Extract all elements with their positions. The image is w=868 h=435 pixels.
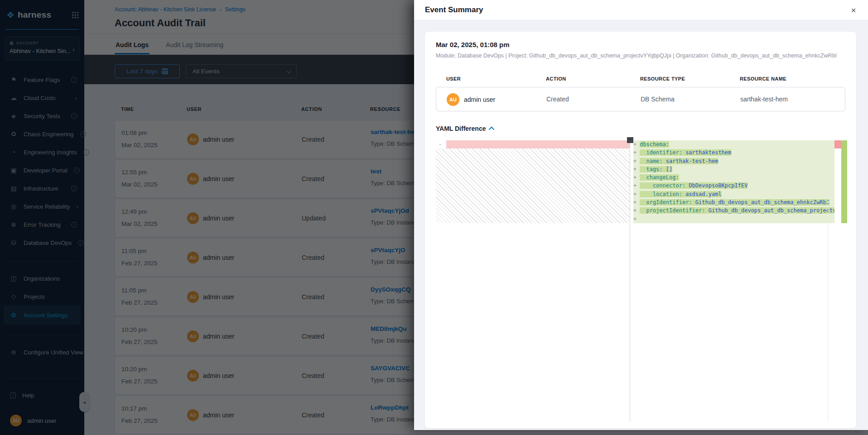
- yaml-line: connector: DbDevopsoBKpcpIfEV: [640, 182, 747, 190]
- yaml-line: location: asdsad.yaml: [640, 190, 722, 198]
- diff-added-marker: +: [633, 182, 637, 190]
- yaml-line: dbschema:: [640, 140, 669, 148]
- diff-added-line: + tags: []: [633, 165, 834, 173]
- diff-added-line: + identifier: sarthaktesthem: [633, 148, 834, 157]
- event-timestamp: Mar 02, 2025, 01:08 pm: [436, 41, 510, 48]
- diff-added-line: + orgIdentifier: Github_db_devops_aut_db…: [633, 198, 834, 206]
- diff-added-marker: +: [633, 140, 637, 148]
- event-user: AU admin user: [447, 93, 495, 106]
- diff-added-marker: +: [633, 198, 637, 206]
- event-meta-line: Module: Database DevOps | Project: Githu…: [436, 53, 845, 59]
- diff-added-marker: +: [633, 165, 637, 173]
- yaml-line: changeLog:: [640, 173, 679, 182]
- event-action: Created: [546, 96, 569, 103]
- yaml-difference-label: YAML Difference: [436, 125, 486, 132]
- diff-removed-marker: -: [439, 140, 442, 148]
- column-header-resource-type: RESOURCE TYPE: [640, 76, 685, 81]
- diff-added-line: + projectIdentifier: Github_db_devops_au…: [633, 206, 834, 215]
- event-resource-type: DB Schema: [641, 96, 675, 103]
- column-header-resource-name: RESOURCE NAME: [740, 76, 786, 81]
- drawer-body: Mar 02, 2025, 01:08 pm Module: Database …: [414, 20, 868, 430]
- diff-added-marker: +: [633, 190, 637, 198]
- drawer-title: Event Summary: [425, 5, 483, 14]
- event-user-name: admin user: [464, 96, 495, 103]
- event-row: AU admin user Created DB Schema sarthak-…: [436, 87, 845, 111]
- event-summary-drawer: Event Summary × Mar 02, 2025, 01:08 pm M…: [414, 0, 868, 430]
- event-resource-name: sarthak-test-hem: [740, 96, 788, 103]
- diff-added-line: + location: asdsad.yaml: [633, 190, 834, 198]
- diff-original-pane: -: [436, 140, 630, 223]
- overview-removed-mark: [834, 140, 841, 148]
- user-avatar: AU: [447, 93, 459, 106]
- column-header-user: USER: [446, 76, 461, 81]
- diff-sash-handle[interactable]: [627, 137, 633, 143]
- diff-added-marker: +: [633, 173, 637, 182]
- diff-added-marker: +: [633, 215, 637, 223]
- minimap-border: [828, 140, 828, 422]
- diff-added-marker: +: [633, 157, 637, 165]
- diff-removed-line: [446, 140, 630, 148]
- diff-added-line: +: [633, 215, 834, 223]
- yaml-line: projectIdentifier: Github_db_devops_aut_…: [640, 206, 834, 215]
- diff-sash[interactable]: [630, 140, 630, 422]
- diff-added-line: + name: sarthak-test-hem: [633, 157, 834, 165]
- overview-added-mark: [841, 140, 847, 223]
- diff-empty-filler: [436, 148, 630, 223]
- diff-added-line: + connector: DbDevopsoBKpcpIfEV: [633, 182, 834, 190]
- diff-modified-pane: +dbschema:+ identifier: sarthaktesthem+ …: [633, 140, 834, 223]
- drawer-header: Event Summary ×: [414, 0, 868, 20]
- yaml-diff-editor: - +dbschema:+ identifier: sarthaktesthem…: [436, 140, 847, 422]
- chevron-up-icon: [489, 126, 495, 132]
- diff-added-marker: +: [633, 206, 637, 215]
- column-header-action: ACTION: [546, 76, 566, 81]
- close-icon[interactable]: ×: [847, 4, 860, 17]
- diff-added-marker: +: [633, 148, 637, 157]
- yaml-difference-toggle[interactable]: YAML Difference: [436, 125, 494, 132]
- yaml-line: orgIdentifier: Github_db_devops_aut_db_s…: [640, 198, 829, 206]
- diff-added-line: + changeLog:: [633, 173, 834, 182]
- diff-added-line: +dbschema:: [633, 140, 834, 148]
- yaml-line: identifier: sarthaktesthem: [640, 148, 731, 157]
- yaml-line: tags: []: [640, 165, 672, 173]
- event-card: Mar 02, 2025, 01:08 pm Module: Database …: [425, 32, 856, 428]
- harness-app: ❖ harness ▣ ACCOUNT Abhinav - Kitchen Si…: [0, 0, 868, 435]
- yaml-line: name: sarthak-test-hem: [640, 157, 718, 165]
